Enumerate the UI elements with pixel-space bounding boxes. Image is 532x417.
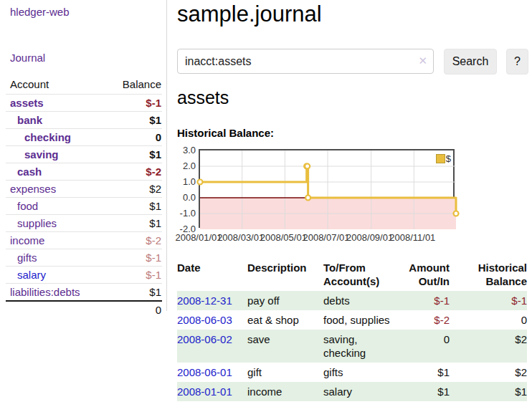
chart-legend: $ — [436, 153, 451, 164]
y-tick-label: 1.0 — [177, 176, 196, 188]
register-row[interactable]: 2008-06-01 gift gifts $1 $2 — [177, 363, 527, 382]
account-row-saving: saving $1 — [6, 146, 162, 163]
transaction-balance: $2 — [458, 363, 527, 382]
account-link-expenses[interactable]: expenses — [10, 183, 56, 195]
register-header-row: Date Description To/From Account(s) Amou… — [177, 258, 527, 291]
account-row-gifts: gifts $-1 — [6, 249, 162, 267]
accounts-total-row: 0 — [6, 301, 162, 318]
legend-label: $ — [446, 153, 451, 164]
account-row-supplies: supplies $1 — [6, 215, 162, 232]
account-balance: $1 — [104, 146, 162, 163]
transaction-description: gift — [247, 363, 323, 382]
help-button[interactable]: ? — [506, 49, 528, 75]
chart-y-axis: 3.02.01.00.0-1.0-2.0 — [177, 150, 196, 229]
y-tick-label: 2.0 — [177, 160, 196, 172]
account-link-income[interactable]: income — [10, 234, 44, 246]
transaction-balance: 0 — [458, 310, 527, 330]
account-balance: $1 — [104, 112, 162, 129]
account-link-supplies[interactable]: supplies — [17, 217, 57, 229]
account-row-checking: checking 0 — [6, 129, 162, 146]
search-input[interactable] — [177, 49, 434, 74]
transaction-accounts: saving, checking — [323, 330, 399, 363]
transaction-balance: $-1 — [458, 291, 527, 310]
account-balance: $2 — [104, 181, 162, 198]
clear-search-icon[interactable]: ✕ — [418, 55, 427, 67]
transaction-balance: $1 — [458, 382, 527, 401]
account-link-liabilities-debts[interactable]: liabilities:debts — [10, 286, 80, 298]
account-balance: $-1 — [104, 95, 162, 112]
transaction-date-link[interactable]: 2008-12-31 — [177, 294, 232, 307]
account-balance: $1 — [104, 215, 162, 232]
transaction-amount: $1 — [399, 363, 458, 382]
register-row[interactable]: 2008-06-03 eat & shop food, supplies $-2… — [177, 310, 527, 330]
chart-x-axis: 2008/01/012008/03/012008/05/012008/07/01… — [199, 232, 457, 245]
balance-chart: 3.02.01.00.0-1.0-2.0 $ 2008/01/012008/03… — [177, 143, 530, 252]
account-link-bank[interactable]: bank — [17, 114, 42, 126]
account-link-cash[interactable]: cash — [17, 166, 42, 178]
transaction-accounts: salary — [323, 382, 399, 401]
transaction-balance: $2 — [458, 330, 527, 363]
transaction-description: eat & shop — [247, 310, 323, 330]
account-balance: $1 — [104, 198, 162, 215]
x-tick-label: 2008/11/01 — [384, 232, 441, 243]
transaction-date-link[interactable]: 2008-06-03 — [177, 314, 232, 326]
chart-canvas — [200, 150, 456, 229]
header-accounts: To/From Account(s) — [323, 258, 399, 291]
transaction-date-link[interactable]: 2008-06-01 — [177, 366, 232, 378]
y-tick-label: 0.0 — [177, 192, 196, 203]
chart-plot-area[interactable]: $ — [199, 149, 455, 228]
transaction-accounts: gifts — [323, 363, 399, 382]
transaction-date-link[interactable]: 2008-01-01 — [177, 385, 232, 398]
search-button[interactable]: Search — [444, 49, 497, 75]
page-title: sample.journal — [177, 1, 322, 27]
account-link-salary[interactable]: salary — [17, 269, 46, 281]
header-date[interactable]: Date — [177, 258, 247, 291]
accounts-total-value: 0 — [104, 301, 162, 318]
account-link-saving[interactable]: saving — [24, 148, 59, 160]
account-row-assets: assets $-1 — [6, 95, 162, 112]
account-heading: assets — [177, 87, 229, 108]
account-balance: $-1 — [104, 267, 162, 284]
y-tick-label: 3.0 — [177, 145, 196, 156]
account-link-food[interactable]: food — [17, 200, 38, 212]
account-balance: $1 — [104, 284, 162, 302]
accounts-table: Account Balance assets $-1 bank $1 check… — [6, 75, 162, 318]
account-link-checking[interactable]: checking — [24, 131, 71, 143]
header-description: Description — [247, 258, 323, 291]
account-row-cash: cash $-2 — [6, 163, 162, 181]
accounts-header-account: Account — [6, 75, 104, 95]
accounts-header-balance: Balance — [104, 75, 162, 95]
transaction-amount: $-2 — [399, 310, 458, 330]
register-row[interactable]: 2008-01-01 income salary $1 $1 — [177, 382, 527, 401]
header-balance: Historical Balance — [458, 258, 527, 291]
account-row-food: food $1 — [6, 198, 162, 215]
register-table: Date Description To/From Account(s) Amou… — [177, 258, 527, 401]
y-tick-label: -1.0 — [177, 208, 196, 219]
account-row-expenses: expenses $2 — [6, 181, 162, 198]
main-content: sample.journal ✕ Search ? assets Histori… — [177, 0, 530, 417]
transaction-amount: $-1 — [399, 291, 458, 310]
account-row-income: income $-2 — [6, 232, 162, 249]
legend-swatch-icon — [436, 154, 445, 163]
app-title-link[interactable]: hledger-web — [10, 6, 70, 18]
account-row-bank: bank $1 — [6, 112, 162, 129]
account-row-liabilities-debts: liabilities:debts $1 — [6, 284, 162, 302]
header-amount: Amount Out/In — [399, 258, 458, 291]
accounts-header-row: Account Balance — [6, 75, 162, 95]
account-row-salary: salary $-1 — [6, 267, 162, 284]
transaction-date-link[interactable]: 2008-06-02 — [177, 333, 232, 345]
account-balance: $-1 — [104, 249, 162, 267]
transaction-accounts: debts — [323, 291, 399, 310]
sidebar: hledger-web Journal Account Balance asse… — [0, 0, 167, 311]
transaction-description: income — [247, 382, 323, 401]
account-balance: $-2 — [104, 163, 162, 181]
account-link-gifts[interactable]: gifts — [17, 251, 37, 264]
account-link-assets[interactable]: assets — [10, 97, 44, 109]
register-row[interactable]: 2008-06-02 save saving, checking 0 $2 — [177, 330, 527, 363]
register-row[interactable]: 2008-12-31 pay off debts $-1 $-1 — [177, 291, 527, 310]
transaction-amount: $1 — [399, 382, 458, 401]
transaction-accounts: food, supplies — [323, 310, 399, 330]
sidebar-item-journal[interactable]: Journal — [10, 52, 45, 64]
transaction-description: save — [247, 330, 323, 363]
account-balance: $-2 — [104, 232, 162, 249]
